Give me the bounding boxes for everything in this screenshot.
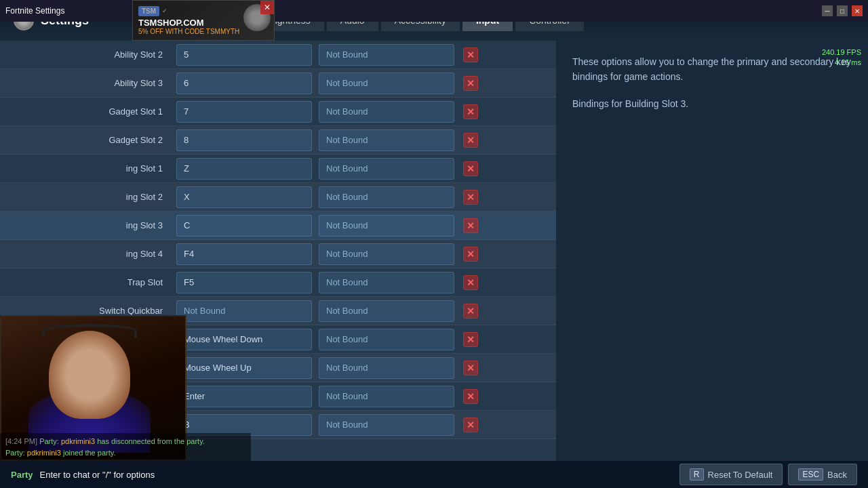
table-row: Gadget Slot 1 7 Not Bound ✕ — [0, 98, 556, 126]
back-button[interactable]: ESC Back — [788, 464, 857, 485]
reset-binding-button[interactable]: ✕ — [461, 302, 480, 321]
chat-entry-1: [4:24 PM] Party: pdkrimini3 has disconne… — [5, 436, 245, 447]
title-bar-controls: ─ □ ✕ — [822, 5, 863, 16]
x-icon: ✕ — [463, 161, 478, 176]
ad-close-button[interactable]: ✕ — [260, 1, 274, 14]
x-icon: ✕ — [463, 275, 478, 290]
reset-binding-button[interactable]: ✕ — [461, 330, 480, 349]
x-icon: ✕ — [463, 76, 478, 91]
reset-binding-button[interactable]: ✕ — [461, 188, 480, 207]
bottom-bar: Party Enter to chat or "/" for options R… — [0, 461, 868, 488]
x-icon: ✕ — [463, 104, 478, 119]
reset-binding-button[interactable]: ✕ — [461, 359, 480, 378]
reset-binding-button[interactable]: ✕ — [461, 245, 480, 264]
x-icon: ✕ — [463, 304, 478, 319]
secondary-key-slot[interactable]: Not Bound — [319, 272, 454, 293]
reset-binding-button[interactable]: ✕ — [461, 45, 480, 64]
table-row: Gadget Slot 2 8 Not Bound ✕ — [0, 126, 556, 155]
secondary-key-slot[interactable]: Not Bound — [319, 129, 454, 151]
headset-shape — [42, 324, 137, 338]
primary-key-slot[interactable]: F4 — [176, 243, 312, 265]
secondary-key-slot[interactable]: Not Bound — [319, 414, 454, 436]
reset-binding-button[interactable]: ✕ — [461, 415, 480, 434]
back-label: Back — [827, 470, 847, 480]
reset-binding-button[interactable]: ✕ — [461, 273, 480, 292]
description-text: These options allow you to change the pr… — [572, 54, 852, 85]
fps-counter: 240.19 FPS 4.16 ms — [822, 47, 861, 68]
primary-key-slot[interactable]: B — [176, 414, 312, 436]
reset-binding-button[interactable]: ✕ — [461, 159, 480, 178]
close-button[interactable]: ✕ — [852, 5, 863, 16]
table-row: ing Slot 4 F4 Not Bound ✕ — [0, 240, 556, 268]
secondary-key-slot[interactable]: Not Bound — [319, 73, 454, 94]
reset-binding-button[interactable]: ✕ — [461, 102, 480, 121]
action-label: ing Slot 1 — [7, 163, 176, 174]
primary-key-slot[interactable]: 8 — [176, 129, 312, 151]
chat-label-1: Party: — [39, 437, 59, 445]
secondary-key-slot[interactable]: Not Bound — [319, 158, 454, 180]
primary-key-slot[interactable]: 7 — [176, 101, 312, 123]
action-label: Switch Quickbar — [7, 306, 176, 316]
bottom-buttons: R Reset To Default ESC Back — [679, 464, 857, 485]
minimize-button[interactable]: ─ — [822, 5, 833, 16]
primary-key-slot[interactable]: Z — [176, 158, 312, 180]
chat-log: [4:24 PM] Party: pdkrimini3 has disconne… — [0, 433, 251, 461]
secondary-key-slot[interactable]: Not Bound — [319, 186, 454, 208]
action-label: Gadget Slot 1 — [7, 106, 176, 117]
primary-key-slot[interactable]: C — [176, 215, 312, 237]
primary-key-slot[interactable]: Mouse Wheel Up — [176, 357, 312, 379]
head-shape — [49, 331, 130, 419]
secondary-key-slot[interactable]: Not Bound — [319, 386, 454, 407]
action-label: Ability Slot 2 — [7, 49, 176, 60]
secondary-key-slot[interactable]: Not Bound — [319, 357, 454, 379]
maximize-button[interactable]: □ — [837, 5, 848, 16]
reset-to-default-button[interactable]: R Reset To Default — [679, 464, 783, 485]
reset-binding-button[interactable]: ✕ — [461, 74, 480, 93]
reset-key: R — [690, 468, 704, 481]
ms-value: 4.16 ms — [822, 58, 861, 68]
primary-key-slot[interactable]: 6 — [176, 73, 312, 94]
chat-name-1: pdkrimini3 — [61, 437, 95, 445]
secondary-key-slot[interactable]: Not Bound — [319, 300, 454, 322]
reset-label: Reset To Default — [708, 470, 773, 480]
x-icon: ✕ — [463, 332, 478, 347]
x-icon: ✕ — [463, 418, 478, 432]
reset-binding-button[interactable]: ✕ — [461, 387, 480, 406]
secondary-key-slot[interactable]: Not Bound — [319, 44, 454, 66]
primary-key-slot[interactable]: 5 — [176, 44, 312, 66]
x-icon: ✕ — [463, 361, 478, 375]
chat-msg-2: joined the party. — [63, 449, 115, 457]
chat-msg-1: has disconnected from the party. — [97, 437, 205, 445]
action-label: ing Slot 3 — [7, 220, 176, 230]
party-label: Party — [11, 470, 33, 480]
primary-key-slot[interactable]: X — [176, 186, 312, 208]
title-bar-left: Fortnite Settings — [5, 6, 64, 16]
secondary-key-slot[interactable]: Not Bound — [319, 329, 454, 350]
action-label: Gadget Slot 2 — [7, 135, 176, 145]
fps-value: 240.19 FPS — [822, 47, 861, 58]
chat-name-2: pdkrimini3 — [27, 449, 61, 457]
secondary-key-slot[interactable]: Not Bound — [319, 243, 454, 265]
primary-key-slot[interactable]: Not Bound — [176, 300, 312, 322]
right-panel: These options allow you to change the pr… — [556, 41, 868, 461]
chat-entry-2: Party: pdkrimini3 joined the party. — [5, 447, 245, 459]
window-title: Fortnite Settings — [5, 6, 64, 16]
back-key: ESC — [798, 468, 823, 481]
tsm-logo: TSM — [138, 6, 159, 16]
chat-hint: Enter to chat or "/" for options — [40, 470, 155, 480]
table-row: Ability Slot 2 5 Not Bound ✕ — [0, 41, 556, 69]
x-icon: ✕ — [463, 47, 478, 62]
reset-binding-button[interactable]: ✕ — [461, 131, 480, 150]
chat-time-1: [4:24 PM] — [5, 437, 37, 445]
x-icon: ✕ — [463, 389, 478, 404]
ad-overlay: TSM ✓ TSMSHOP.COM 5% OFF WITH CODE TSMMY… — [132, 0, 275, 41]
primary-key-slot[interactable]: F5 — [176, 272, 312, 293]
action-label: Trap Slot — [7, 277, 176, 287]
streamer-face — [28, 317, 151, 453]
primary-key-slot[interactable]: Mouse Wheel Down — [176, 329, 312, 350]
secondary-key-slot[interactable]: Not Bound — [319, 101, 454, 123]
secondary-key-slot[interactable]: Not Bound — [319, 215, 454, 237]
primary-key-slot[interactable]: Enter — [176, 386, 312, 407]
reset-binding-button[interactable]: ✕ — [461, 216, 480, 235]
table-row: ing Slot 2 X Not Bound ✕ — [0, 183, 556, 211]
